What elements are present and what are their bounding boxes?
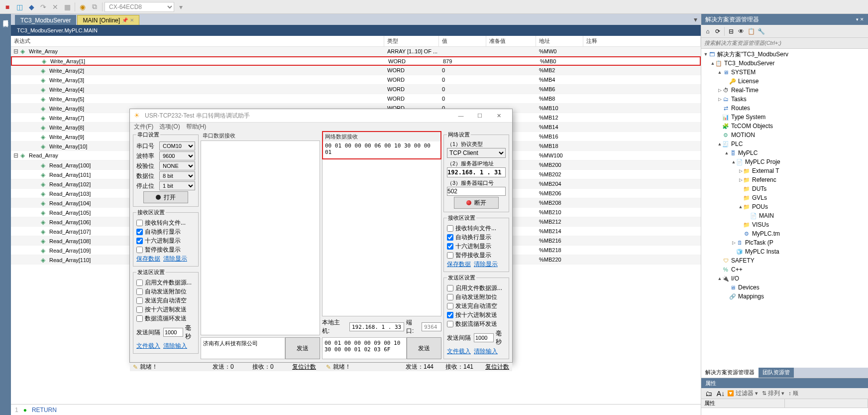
tree-item[interactable]: %C++ <box>701 265 868 274</box>
option-checkbox[interactable] <box>447 312 453 318</box>
serial-port-select[interactable]: COM10 <box>159 141 195 150</box>
net-send-button[interactable]: 发送 <box>407 337 441 359</box>
cat-icon[interactable]: 🗂 <box>703 388 714 399</box>
show-icon[interactable]: 👁 <box>737 27 746 36</box>
tree-item[interactable]: 📁GVLs <box>701 193 868 202</box>
server-ip-input[interactable] <box>447 167 506 177</box>
home-icon[interactable]: ⌂ <box>703 27 712 36</box>
table-row[interactable]: ◈ Write_Array[4]WORD0%MB6 <box>11 85 701 94</box>
maximize-icon[interactable]: ☐ <box>470 109 489 122</box>
parity-select[interactable]: NONE <box>159 161 195 170</box>
tree-item[interactable]: ▷📁External T <box>701 166 868 175</box>
option-checkbox[interactable] <box>136 279 143 286</box>
tree-item[interactable]: ▷⏱Real-Time <box>701 86 868 95</box>
tree-item[interactable]: ▲🔌I/O <box>701 274 868 283</box>
table-row[interactable]: ◈ Write_Array[2]WORD0%MB2 <box>11 66 701 75</box>
option-checkbox[interactable] <box>447 303 453 309</box>
collapse-icon[interactable]: ⊟ <box>727 27 736 36</box>
tree-item[interactable]: ⚙MyPLC.tm <box>701 229 868 238</box>
tree-item[interactable]: ▼🗔解决方案"TC3_ModbuServ <box>701 50 868 59</box>
option-checkbox[interactable] <box>136 229 143 235</box>
tree-item[interactable]: ▷🗂Tasks <box>701 95 868 104</box>
interval-input-r[interactable] <box>474 333 494 342</box>
close-icon[interactable]: ✕ <box>130 17 134 23</box>
tab-overflow-icon[interactable]: ▾ <box>690 14 701 25</box>
tab-main-online[interactable]: MAIN [Online]📌✕ <box>77 15 139 25</box>
menu-help[interactable]: 帮助(H) <box>186 123 207 131</box>
server-port-input[interactable] <box>447 187 506 196</box>
tree-item[interactable]: 🧊MyPLC Insta <box>701 247 868 256</box>
tool-icon-1[interactable]: ■ <box>2 1 13 12</box>
refresh-icon[interactable]: ⟳ <box>713 27 722 36</box>
tree-item[interactable]: 📄MAIN <box>701 211 868 220</box>
option-checkbox[interactable] <box>136 288 143 295</box>
option-checkbox[interactable] <box>136 315 143 322</box>
proto-select[interactable]: TCP Client <box>447 148 506 158</box>
tree-item[interactable]: ▲📄MyPLC Proje <box>701 157 868 166</box>
tree-item[interactable]: 🧩TcCOM Objects <box>701 122 868 131</box>
option-checkbox[interactable] <box>447 294 453 300</box>
tree-item[interactable]: ▲🎛MyPLC <box>701 148 868 157</box>
option-checkbox[interactable] <box>447 321 453 327</box>
az-icon[interactable]: A↓ <box>715 388 726 399</box>
tree-item[interactable]: ▷📁Referenc <box>701 175 868 184</box>
file-load-link-l[interactable]: 文件载入 <box>136 342 160 350</box>
serial-open-button[interactable]: 打开 <box>143 191 188 203</box>
serial-recv-box[interactable] <box>201 140 320 335</box>
tool-icon-4[interactable]: ↷ <box>38 1 49 12</box>
solution-search-input[interactable] <box>701 38 868 48</box>
clear-input-link-l[interactable]: 清除输入 <box>163 342 187 350</box>
save-data-link-r[interactable]: 保存数据 <box>447 260 471 269</box>
tree-item[interactable]: ▷🗓PlcTask (P <box>701 238 868 247</box>
table-row[interactable]: ⊟ ◈ Write_ArrayARRAY [1..10] OF ...%MW0 <box>11 47 701 56</box>
table-row[interactable]: ◈ Write_Array[5]WORD0%MB8 <box>11 94 701 104</box>
reset-count-l[interactable]: 复位计数 <box>292 363 316 371</box>
stopbits-select[interactable]: 1 bit <box>159 181 195 190</box>
option-checkbox[interactable] <box>447 234 453 241</box>
save-data-link[interactable]: 保存数据 <box>136 255 160 263</box>
tree-item[interactable]: ▲🧾PLC <box>701 139 868 148</box>
disconnect-button[interactable]: 断开 <box>454 197 499 209</box>
file-load-link-r[interactable]: 文件载入 <box>447 347 471 356</box>
close-dialog-icon[interactable]: ✕ <box>489 109 508 122</box>
tab-tc3[interactable]: TC3_ModbuServer <box>15 15 76 25</box>
tool-icon-5[interactable]: ✕ <box>50 1 61 12</box>
tool-icon-8[interactable]: ⧉ <box>89 1 100 12</box>
net-send-text[interactable]: 00 01 00 00 00 09 00 10 30 00 00 01 02 0… <box>322 337 407 359</box>
props-icon[interactable]: 📋 <box>747 27 756 36</box>
databits-select[interactable]: 8 bit <box>159 171 195 180</box>
clear-input-link-r[interactable]: 清除输入 <box>474 347 498 356</box>
tree-item[interactable]: 🛡SAFETY <box>701 256 868 265</box>
tree-item[interactable]: ▲📋TC3_ModbuServer <box>701 59 868 68</box>
device-combo[interactable]: CX-64ECD8 <box>105 2 174 12</box>
option-checkbox[interactable] <box>136 297 143 304</box>
option-checkbox[interactable] <box>447 225 453 232</box>
tree-item[interactable]: ⚙MOTION <box>701 131 868 139</box>
interval-input-l[interactable] <box>163 328 183 337</box>
serial-send-text[interactable]: 济南有人科技有限公司 <box>201 337 285 359</box>
table-row[interactable]: ◈ Write_Array[3]WORD0%MB4 <box>11 75 701 85</box>
tree-item[interactable]: ▲📁POUs <box>701 202 868 211</box>
tree-item[interactable]: 📊Type System <box>701 113 868 122</box>
tree-item[interactable]: 📁VISUs <box>701 220 868 229</box>
tree-item[interactable]: ▲🖥SYSTEM <box>701 68 868 77</box>
menu-options[interactable]: 选项(O) <box>159 123 180 131</box>
tool-dropdown-icon[interactable]: ▾ <box>175 1 186 12</box>
tool-icon-6[interactable]: ▦ <box>62 1 73 12</box>
local-host-input[interactable] <box>349 322 404 331</box>
tab-solution-explorer[interactable]: 解决方案资源管理器 <box>701 368 759 378</box>
tree-item[interactable]: 📁DUTs <box>701 184 868 193</box>
dialog-titlebar[interactable]: ☀ USR-TCP232-Test 串口转网络调试助手 — ☐ ✕ <box>130 109 512 123</box>
tab-team-explorer[interactable]: 团队资源管 <box>759 368 794 378</box>
reset-count-r[interactable]: 复位计数 <box>485 363 509 371</box>
net-recv-box[interactable] <box>322 159 441 316</box>
serial-send-button[interactable]: 发送 <box>285 337 320 359</box>
tree-item[interactable]: ⇄Routes <box>701 104 868 113</box>
clear-display-link-r[interactable]: 清除显示 <box>474 260 498 269</box>
option-checkbox[interactable] <box>447 252 453 259</box>
option-checkbox[interactable] <box>136 306 143 313</box>
clear-display-link[interactable]: 清除显示 <box>163 255 187 263</box>
wrench-icon[interactable]: 🔧 <box>757 27 765 36</box>
option-checkbox[interactable] <box>136 220 143 226</box>
option-checkbox[interactable] <box>447 243 453 250</box>
